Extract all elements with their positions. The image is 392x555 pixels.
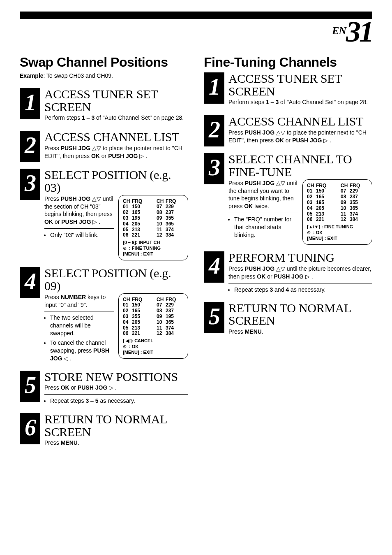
step-text: Press PUSH JOG until the channel you wan… xyxy=(228,179,298,211)
osd-col-b: CHFRQ 072290823709355103651137412384 xyxy=(157,199,184,239)
step-number: 3 xyxy=(20,169,40,200)
step-title: SELECT POSITION (e.g. 09) xyxy=(44,267,188,292)
down-icon xyxy=(281,265,285,272)
left-step-6: 6 RETURN TO NORMAL SCREEN Press MENU. xyxy=(20,413,188,449)
step-title: ACCESS CHANNEL LIST xyxy=(228,115,372,128)
right-step-4: 4 PERFORM TUNING Press PUSH JOG until th… xyxy=(204,251,372,295)
up-icon xyxy=(92,145,97,151)
osd-col-a: CHFRQ 011500216503355042050521306221 xyxy=(123,297,150,337)
swap-heading: Swap Channel Positions xyxy=(20,55,188,70)
osd-col-b: CHFRQ 072290823709195103651137412384 xyxy=(157,297,184,337)
example-line: Example: To swap CH03 and CH09. xyxy=(20,72,188,79)
step-title: ACCESS TUNER SET SCREEN xyxy=(228,72,372,98)
page-num: 31 xyxy=(346,15,372,48)
step-number: 1 xyxy=(204,72,224,104)
up-icon xyxy=(276,129,281,136)
right-icon xyxy=(323,137,328,144)
right-icon xyxy=(305,273,310,280)
down-icon xyxy=(97,145,101,151)
step-text: Press PUSH JOG until the picture becomes… xyxy=(228,265,372,281)
right-column: Fine-Tuning Channels 1 ACCESS TUNER SET … xyxy=(204,55,372,456)
note-bullet: Repeat steps 3 – 5 as necessary. xyxy=(50,397,188,405)
step-text: Press NUMBER keys to input "0" and "9". xyxy=(44,293,114,309)
up-icon xyxy=(92,195,97,202)
page-number: EN31 xyxy=(332,15,372,49)
ok-icon xyxy=(123,246,128,251)
step-text: Perform steps 1 – 3 of "Auto Channel Set… xyxy=(44,114,188,122)
left-column: Swap Channel Positions Example: To swap … xyxy=(20,55,188,456)
right-icon xyxy=(139,153,144,159)
left-step-5: 5 STORE NEW POSITIONS Press OK or PUSH J… xyxy=(20,371,188,406)
step-text: Press PUSH JOG until the section of CH "… xyxy=(44,195,114,226)
osd-footer: [ ◀ ]: CANCEL : OK [MENU] : EXIT xyxy=(123,338,184,355)
note-bullet: The two selected channels will be swappe… xyxy=(50,314,114,337)
osd-footer: [0 – 9]: INPUT CH : FINE TUNING [MENU] :… xyxy=(123,240,184,257)
fine-tune-heading: Fine-Tuning Channels xyxy=(204,55,372,70)
down-icon xyxy=(97,195,101,202)
step-number: 2 xyxy=(20,131,40,162)
step-number: 5 xyxy=(20,371,40,402)
osd-col-b: CHFRQ 072290823709355103651137412384 xyxy=(341,183,368,223)
left-icon xyxy=(64,355,68,362)
right-step-1: 1 ACCESS TUNER SET SCREEN Perform steps … xyxy=(204,72,372,109)
osd-footer: [▲/▼] : FINE TUNING : OK [MENU] : EXIT xyxy=(307,224,368,241)
divider xyxy=(228,213,298,213)
step-number: 4 xyxy=(204,251,224,283)
osd-panel: CHFRQ 011500216503195042050521306221 CHF… xyxy=(118,195,188,261)
osd-panel: CHFRQ 011500216503195042050521306221 CHF… xyxy=(302,179,372,245)
step-title: ACCESS CHANNEL LIST xyxy=(44,131,188,144)
step-number: 3 xyxy=(204,153,224,184)
right-step-2: 2 ACCESS CHANNEL LIST Press PUSH JOG to … xyxy=(204,115,372,146)
right-step-3: 3 SELECT CHANNEL TO FINE-TUNE Press PUSH… xyxy=(204,153,372,245)
step-text: Press OK or PUSH JOG . xyxy=(44,384,188,392)
up-icon xyxy=(276,265,281,272)
osd-panel: CHFRQ 011500216503355042050521306221 CHF… xyxy=(118,293,188,359)
step-text: Press MENU. xyxy=(44,439,188,447)
ok-icon xyxy=(123,344,128,349)
left-step-3: 3 SELECT POSITION (e.g. 03) Press PUSH J… xyxy=(20,169,188,260)
step-number: 1 xyxy=(20,88,40,119)
step-number: 6 xyxy=(20,413,40,444)
step-title: STORE NEW POSITIONS xyxy=(44,371,188,383)
step-text: Perform steps 1 – 3 of "Auto Channel Set… xyxy=(228,98,372,106)
step-title: ACCESS TUNER SET SCREEN xyxy=(44,88,188,113)
lang-code: EN xyxy=(332,25,346,37)
header-bar xyxy=(20,12,372,19)
up-icon xyxy=(276,180,281,186)
step-number: 4 xyxy=(20,267,40,298)
step-number: 5 xyxy=(204,302,224,333)
note-bullet: The "FRQ" number for that channel starts… xyxy=(234,216,298,239)
note-bullet: Repeat steps 3 and 4 as necessary. xyxy=(234,286,372,294)
step-title: SELECT POSITION (e.g. 03) xyxy=(44,169,188,194)
osd-col-a: CHFRQ 011500216503195042050521306221 xyxy=(307,183,334,223)
divider xyxy=(44,228,114,229)
divider xyxy=(44,394,188,395)
right-icon xyxy=(109,384,113,391)
step-text: Press MENU. xyxy=(228,328,372,336)
divider xyxy=(44,311,114,311)
osd-col-a: CHFRQ 011500216503195042050521306221 xyxy=(123,199,150,239)
note-bullet: Only "03" will blink. xyxy=(50,231,114,239)
left-step-2: 2 ACCESS CHANNEL LIST Press PUSH JOG to … xyxy=(20,131,188,162)
step-text: Press PUSH JOG to place the pointer next… xyxy=(44,144,188,160)
left-step-1: 1 ACCESS TUNER SET SCREEN Perform steps … xyxy=(20,88,188,124)
step-title: SELECT CHANNEL TO FINE-TUNE xyxy=(228,153,372,178)
left-step-4: 4 SELECT POSITION (e.g. 09) Press NUMBER… xyxy=(20,267,188,364)
divider xyxy=(228,283,372,283)
step-title: RETURN TO NORMAL SCREEN xyxy=(228,302,372,327)
right-icon xyxy=(92,218,97,225)
note-bullet: To cancel the channel swapping, press PU… xyxy=(50,339,114,362)
right-step-5: 5 RETURN TO NORMAL SCREEN Press MENU. xyxy=(204,302,372,338)
step-title: PERFORM TUNING xyxy=(228,251,372,264)
step-number: 2 xyxy=(204,115,224,146)
ok-icon xyxy=(307,230,312,235)
step-text: Press PUSH JOG to place the pointer next… xyxy=(228,129,372,144)
down-icon xyxy=(281,129,285,136)
down-icon xyxy=(281,180,285,186)
step-title: RETURN TO NORMAL SCREEN xyxy=(44,413,188,438)
